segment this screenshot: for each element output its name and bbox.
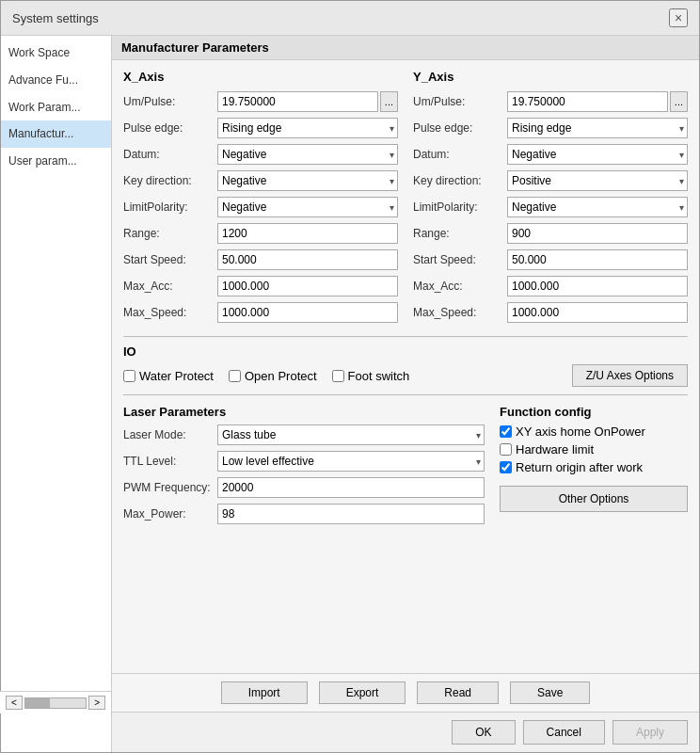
open-protect-checkbox[interactable]	[229, 370, 241, 382]
x-max-acc-field	[217, 276, 398, 296]
open-protect-label: Open Protect	[245, 369, 317, 383]
foot-switch-checkbox[interactable]	[332, 370, 344, 382]
foot-switch-item[interactable]: Foot switch	[332, 369, 410, 383]
foot-switch-label: Foot switch	[348, 369, 410, 383]
close-button[interactable]: ×	[669, 8, 688, 27]
sidebar-scroll-right[interactable]: >	[88, 696, 105, 710]
x-datum-select[interactable]: Negative Positive	[217, 144, 398, 165]
sidebar-scrollbar[interactable]	[24, 697, 87, 709]
io-title: IO	[123, 344, 688, 359]
x-key-direction-row: Key direction: Negative Positive	[123, 170, 398, 191]
sidebar-scroll-left[interactable]: <	[6, 696, 23, 710]
x-max-speed-row: Max_Speed:	[123, 302, 398, 323]
x-start-speed-input[interactable]	[217, 249, 398, 270]
y-pulse-edge-wrap: Rising edge Falling edge	[507, 118, 688, 138]
window-title: System settings	[12, 11, 99, 25]
y-max-speed-input[interactable]	[507, 302, 688, 323]
y-max-speed-field	[507, 302, 688, 323]
pwm-freq-label: PWM Frequency:	[123, 481, 217, 494]
x-range-field	[217, 223, 398, 244]
hardware-limit-item[interactable]: Hardware limit	[500, 442, 688, 457]
other-options-button[interactable]: Other Options	[500, 486, 688, 512]
x-max-speed-input[interactable]	[217, 302, 398, 323]
y-key-direction-label: Key direction:	[413, 174, 507, 187]
x-um-pulse-input[interactable]	[217, 91, 378, 112]
x-start-speed-label: Start Speed:	[123, 253, 217, 266]
import-button[interactable]: Import	[221, 681, 308, 704]
y-um-pulse-input[interactable]	[507, 91, 668, 112]
sidebar-item-workparam[interactable]: Work Param...	[1, 94, 111, 121]
params-area: X_Axis Um/Pulse: ... Pulse edge:	[112, 60, 699, 673]
sidebar-item-advance[interactable]: Advance Fu...	[1, 67, 111, 94]
read-button[interactable]: Read	[417, 681, 499, 704]
y-max-acc-input[interactable]	[507, 276, 688, 296]
x-datum-wrap: Negative Positive	[217, 144, 398, 165]
x-key-direction-label: Key direction:	[123, 174, 217, 187]
main-content: Manufacturer Parameters X_Axis Um/Pulse:	[112, 36, 699, 752]
return-origin-label: Return origin after work	[516, 460, 643, 474]
x-um-pulse-dots-btn[interactable]: ...	[380, 91, 398, 112]
x-key-direction-wrap: Negative Positive	[217, 170, 398, 191]
y-um-pulse-label: Um/Pulse:	[413, 95, 507, 108]
water-protect-checkbox[interactable]	[123, 370, 135, 382]
y-datum-select[interactable]: Negative Positive	[507, 144, 688, 165]
x-range-input[interactable]	[217, 223, 398, 244]
function-config-title: Function config	[500, 405, 688, 419]
return-origin-checkbox[interactable]	[500, 461, 512, 473]
cancel-button[interactable]: Cancel	[523, 720, 605, 745]
x-range-label: Range:	[123, 227, 217, 240]
y-start-speed-input[interactable]	[507, 249, 688, 270]
divider-lower	[123, 394, 688, 395]
y-range-label: Range:	[413, 227, 507, 240]
max-power-field	[217, 504, 485, 524]
laser-mode-row: Laser Mode: Glass tube RF tube	[123, 425, 485, 445]
save-button[interactable]: Save	[510, 681, 590, 704]
pwm-freq-row: PWM Frequency:	[123, 477, 485, 498]
x-datum-row: Datum: Negative Positive	[123, 144, 398, 165]
y-limit-polarity-select[interactable]: Negative Positive	[507, 197, 688, 217]
zu-axes-button[interactable]: Z/U Axes Options	[572, 364, 688, 387]
title-bar: System settings ×	[1, 1, 699, 36]
y-range-input[interactable]	[507, 223, 688, 244]
y-datum-row: Datum: Negative Positive	[413, 144, 688, 165]
x-max-acc-row: Max_Acc:	[123, 276, 398, 296]
hardware-limit-checkbox[interactable]	[500, 443, 512, 456]
x-max-acc-input[interactable]	[217, 276, 398, 296]
io-row: Water Protect Open Protect Foot switch Z…	[123, 364, 688, 387]
x-key-direction-select[interactable]: Negative Positive	[217, 170, 398, 191]
sidebar-item-workspace[interactable]: Work Space	[1, 40, 111, 67]
sidebar-item-userparam[interactable]: User param...	[1, 148, 111, 175]
open-protect-item[interactable]: Open Protect	[229, 369, 317, 383]
ttl-level-select[interactable]: Low level effective High level effective	[217, 451, 485, 472]
hardware-limit-label: Hardware limit	[516, 442, 594, 457]
pwm-freq-input[interactable]	[217, 477, 485, 498]
x-limit-polarity-wrap: Negative Positive	[217, 197, 398, 217]
y-key-direction-select[interactable]: Positive Negative	[507, 170, 688, 191]
x-limit-polarity-select[interactable]: Negative Positive	[217, 197, 398, 217]
max-power-input[interactable]	[217, 504, 485, 524]
laser-mode-select[interactable]: Glass tube RF tube	[217, 425, 485, 445]
return-origin-item[interactable]: Return origin after work	[500, 460, 688, 474]
x-um-pulse-field: ...	[217, 91, 398, 112]
pwm-freq-field	[217, 477, 485, 498]
y-start-speed-field	[507, 249, 688, 270]
apply-button[interactable]: Apply	[612, 720, 688, 745]
y-pulse-edge-select[interactable]: Rising edge Falling edge	[507, 118, 688, 138]
xy-home-onpower-checkbox[interactable]	[500, 425, 512, 438]
export-button[interactable]: Export	[319, 681, 406, 704]
y-axis-title: Y_Axis	[413, 70, 688, 84]
xy-home-onpower-item[interactable]: XY axis home OnPower	[500, 425, 688, 439]
x-start-speed-field	[217, 249, 398, 270]
ttl-level-label: TTL Level:	[123, 455, 217, 468]
y-limit-polarity-wrap: Negative Positive	[507, 197, 688, 217]
ttl-level-row: TTL Level: Low level effective High leve…	[123, 451, 485, 472]
water-protect-item[interactable]: Water Protect	[123, 369, 214, 383]
y-key-direction-wrap: Positive Negative	[507, 170, 688, 191]
y-start-speed-row: Start Speed:	[413, 249, 688, 270]
laser-mode-wrap: Glass tube RF tube	[217, 425, 485, 445]
y-um-pulse-dots-btn[interactable]: ...	[670, 91, 688, 112]
ok-button[interactable]: OK	[452, 720, 515, 745]
sidebar-item-manufacturer[interactable]: Manufactur...	[1, 120, 111, 148]
x-um-pulse-label: Um/Pulse:	[123, 95, 217, 108]
x-pulse-edge-select[interactable]: Rising edge Falling edge	[217, 118, 398, 138]
